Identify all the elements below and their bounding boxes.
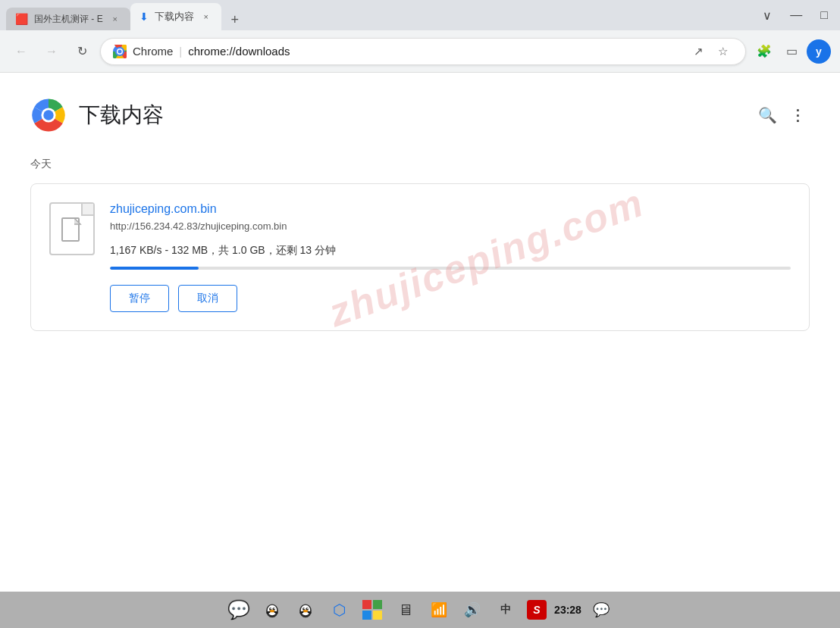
profile-button[interactable]: y [807,39,831,64]
taskbar-lang-icon[interactable]: 中 [494,598,518,622]
svg-point-15 [270,610,275,612]
svg-point-5 [118,49,121,53]
tab-active-downloads[interactable]: ⬇ 下载内容 × [130,3,221,30]
download-progress-bar [110,267,791,270]
address-bar[interactable]: Chrome | chrome://downloads ↗ ☆ [100,38,746,65]
taskbar: 💬 [0,592,840,628]
share-button[interactable]: ↗ [688,41,709,62]
nav-bar: ← → ↻ Chrome | chrome://downloads ↗ ☆ 🧩 … [0,30,840,73]
file-icon-corner [81,204,93,216]
svg-point-23 [307,608,309,609]
taskbar-center-icons: 💬 [227,598,613,622]
taskbar-qq1-icon[interactable] [260,598,284,622]
download-speed-info: 1,167 KB/s - 132 MB，共 1.0 GB，还剩 13 分钟 [110,244,791,258]
download-actions: 暂停 取消 [110,285,791,312]
tab1-label: 国外主机测评 - E [34,13,103,26]
forward-button[interactable]: → [39,39,64,64]
page-header: 下载内容 🔍 ⋮ [30,97,810,133]
taskbar-wifi-icon[interactable]: 📶 [427,598,451,622]
bookmark-button[interactable]: ☆ [712,41,733,62]
refresh-button[interactable]: ↻ [70,39,94,64]
taskbar-qq2-icon[interactable] [293,598,318,622]
pause-button[interactable]: 暂停 [110,285,169,312]
svg-rect-28 [373,600,382,609]
taskbar-wechat-icon[interactable]: 💬 [227,598,251,622]
taskbar-screen-icon[interactable]: 🖥 [393,598,418,622]
page-header-actions: 🔍 ⋮ [755,103,810,127]
svg-rect-27 [362,600,371,609]
address-actions: ↗ ☆ [688,41,733,62]
download-section: zhujiceping.com zhujiceping.com.bin http… [30,183,810,331]
window-menu-btn[interactable]: ∨ [757,5,778,26]
address-app-name: Chrome [133,45,173,58]
tab2-label: 下载内容 [155,10,194,23]
svg-point-24 [303,610,309,612]
address-bar-favicon [113,45,127,58]
download-info: zhujiceping.com.bin http://156.234.42.83… [110,202,791,312]
address-separator: | [179,45,182,58]
svg-point-14 [274,608,275,609]
taskbar-notification-icon[interactable]: 💬 [589,598,613,622]
tab-inactive-1[interactable]: 🟥 国外主机测评 - E × [6,8,130,30]
cancel-button[interactable]: 取消 [178,285,237,312]
taskbar-time: 23:28 [556,598,580,622]
svg-point-13 [270,608,271,609]
page-content: 下载内容 🔍 ⋮ 今天 zhujiceping.com zhujiceping.… [0,73,840,592]
back-button[interactable]: ← [9,39,33,64]
taskbar-color-icon[interactable] [360,598,384,622]
search-downloads-button[interactable]: 🔍 [755,103,779,127]
download-progress-fill [110,267,199,270]
download-card: zhujiceping.com.bin http://156.234.42.83… [30,183,810,331]
sidebar-button[interactable]: ▭ [779,39,804,64]
tab1-close-btn[interactable]: × [109,13,121,25]
chrome-logo [30,97,67,133]
more-options-button[interactable]: ⋮ [785,103,810,127]
taskbar-bluetooth-icon[interactable]: ⬡ [327,598,351,622]
svg-rect-30 [373,611,382,620]
taskbar-volume-icon[interactable]: 🔊 [460,598,484,622]
extensions-button[interactable]: 🧩 [752,39,776,64]
tabs-area: 🟥 国外主机测评 - E × ⬇ 下载内容 × + [6,0,757,30]
tab2-favicon: ⬇ [139,11,149,23]
section-today-label: 今天 [30,158,810,171]
svg-point-22 [303,608,305,609]
download-file-icon [49,202,95,255]
download-filename[interactable]: zhujiceping.com.bin [110,202,791,216]
new-tab-button[interactable]: + [224,9,246,30]
page-title: 下载内容 [79,101,164,130]
tab2-close-btn[interactable]: × [200,11,212,23]
window-restore-btn[interactable]: □ [814,5,834,25]
title-bar: 🟥 国外主机测评 - E × ⬇ 下载内容 × + ∨ — □ [0,0,840,30]
svg-point-7 [43,110,53,120]
tab1-favicon: 🟥 [15,13,28,25]
svg-rect-29 [362,611,371,620]
taskbar-sogou-icon[interactable]: S [527,600,547,620]
download-url: http://156.234.42.83/zhujiceping.com.bin [110,220,791,232]
address-url: chrome://downloads [188,45,682,58]
window-controls: ∨ — □ [757,5,834,26]
browser-actions: 🧩 ▭ y [752,39,831,64]
window-minimize-btn[interactable]: — [784,5,808,25]
